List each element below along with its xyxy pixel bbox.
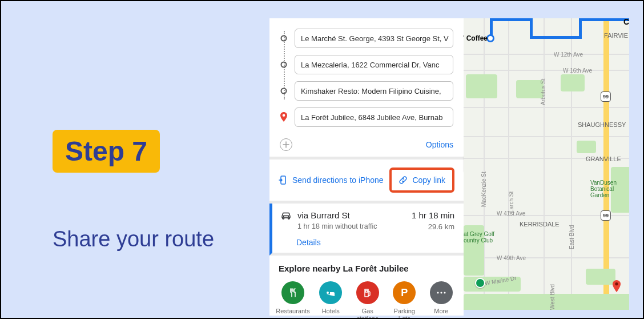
waypoint-input[interactable]: Le Marché St. George, 4393 St George St,… [295, 29, 453, 48]
chip-more[interactable]: More [428, 281, 455, 319]
waypoint-dot-icon [280, 34, 288, 42]
parking-icon: P [393, 281, 416, 304]
link-icon [399, 176, 408, 185]
waypoint-input[interactable]: La Mezcaleria, 1622 Commercial Dr, Vanc [295, 55, 453, 74]
slide-frame: Step 7 Share your route Le Marché St. Ge… [0, 0, 644, 319]
explore-section: Explore nearby La Forêt Jubilee Restaura… [269, 256, 464, 319]
chip-hotels[interactable]: Hotels [317, 281, 344, 319]
origin-pin[interactable] [486, 34, 494, 42]
copy-link-label: Copy link [412, 176, 445, 185]
chip-label: Restaurants [276, 308, 309, 315]
route-segment [530, 36, 581, 39]
route-card[interactable]: via Burrard St 1 hr 18 min without traff… [269, 204, 464, 256]
chip-label: More [434, 308, 448, 315]
area-label: GRANVILLE [586, 155, 621, 162]
plus-icon [283, 141, 289, 148]
svg-point-6 [288, 216, 289, 217]
waypoint-row: La Forêt Jubilee, 6848 Jubilee Ave, Burn… [280, 107, 453, 127]
waypoint-row: La Mezcaleria, 1622 Commercial Dr, Vanc [280, 55, 453, 74]
waypoints-section: Le Marché St. George, 4393 St George St,… [269, 18, 464, 133]
chip-label: Parking Lots [391, 308, 418, 319]
svg-point-8 [440, 292, 442, 293]
waypoint-input[interactable]: La Forêt Jubilee, 6848 Jubilee Ave, Burn… [295, 107, 453, 127]
waypoint-row: Kimshaker Resto: Modern Filipino Cuisine… [280, 81, 453, 101]
directions-panel: Le Marché St. George, 4393 St George St,… [269, 18, 464, 316]
copy-link-button[interactable]: Copy link [399, 176, 445, 185]
street-label: Arbutus St [540, 78, 546, 105]
share-row: Send directions to iPhone Copy link [269, 160, 464, 204]
map-park [516, 80, 544, 98]
waypoint-dot-icon [280, 87, 288, 95]
poi-label: VanDusen Botanical Garden [590, 180, 629, 198]
map-park [586, 269, 615, 285]
area-label: KERRISDALE [520, 221, 560, 228]
street-label: MacKenzie St [481, 172, 487, 207]
add-options-row: Options [269, 133, 464, 160]
svg-point-2 [281, 89, 287, 94]
svg-point-1 [281, 62, 287, 67]
route-segment [579, 18, 582, 39]
svg-point-9 [444, 292, 445, 293]
car-icon [280, 210, 292, 222]
map-park [577, 141, 596, 153]
tutorial-subtitle: Share your route [53, 227, 214, 252]
route-segment [579, 18, 629, 21]
route-subtext: 1 hr 18 min without traffic [297, 222, 406, 230]
map-canvas[interactable]: Platform 7 Coffee C W 12th Ave W 16th Av… [464, 18, 629, 310]
map-park [561, 74, 585, 91]
svg-point-3 [283, 114, 285, 117]
chip-label: Hotels [322, 308, 340, 315]
area-label: FAIRVIE [604, 32, 628, 39]
gas-icon [356, 281, 379, 304]
route-details-link[interactable]: Details [296, 238, 454, 247]
tutorial-text-area: Step 7 Share your route [1, 1, 264, 318]
area-label: SHAUGHNESSY [578, 121, 626, 128]
route-options-link[interactable]: Options [426, 140, 453, 149]
street-label: East Blvd [569, 225, 575, 249]
street-label: West Blvd [549, 284, 556, 310]
explore-title: Explore nearby La Forêt Jubilee [279, 264, 454, 273]
svg-point-7 [437, 292, 438, 293]
phone-send-icon [279, 176, 288, 185]
origin-letter: C [623, 18, 629, 26]
add-destination-button[interactable] [280, 138, 292, 151]
map-road [571, 18, 572, 310]
map-park [464, 294, 629, 310]
chip-gas[interactable]: Gas stations [355, 281, 381, 319]
waypoint-row: Le Marché St. George, 4393 St George St,… [280, 29, 453, 48]
chip-label: Gas stations [355, 308, 381, 319]
svg-point-5 [283, 216, 284, 217]
route-duration: 1 hr 18 min [412, 210, 454, 220]
waypoint-input[interactable]: Kimshaker Resto: Modern Filipino Cuisine… [295, 81, 453, 101]
map-highway [603, 18, 609, 310]
destination-pin-icon [280, 113, 288, 121]
route-distance: 29.6 km [412, 222, 454, 231]
poi-marker[interactable] [475, 278, 485, 288]
copy-link-highlight: Copy link [389, 168, 454, 193]
map-road [508, 18, 509, 310]
step-badge: Step 7 [53, 130, 160, 173]
send-to-phone-button[interactable]: Send directions to iPhone [279, 176, 384, 185]
waypoint-dot-icon [280, 61, 288, 69]
explore-chips: Restaurants Hotels Gas stations P Pa [279, 281, 454, 319]
chip-restaurants[interactable]: Restaurants [279, 281, 307, 319]
restaurants-icon [281, 281, 304, 304]
map-road [544, 18, 545, 310]
route-segment [490, 18, 532, 21]
hotels-icon [319, 281, 342, 304]
origin-pin-label: Platform 7 Coffee [464, 34, 488, 42]
hwy-shield-icon: 99 [601, 210, 611, 221]
route-via: via Burrard St [297, 210, 406, 220]
svg-point-0 [281, 36, 287, 41]
destination-pin-icon[interactable] [612, 280, 621, 293]
chip-parking[interactable]: P Parking Lots [391, 281, 418, 319]
street-label: W 12th Ave [554, 51, 583, 58]
street-label: W 49th Ave [497, 255, 526, 261]
more-icon [430, 281, 453, 304]
hwy-shield-icon: 99 [601, 91, 611, 102]
street-label: Larch St [508, 192, 514, 213]
street-label: W 16th Ave [563, 67, 592, 74]
poi-label: at Grey Golf ountry Club [464, 231, 504, 244]
svg-point-10 [615, 282, 618, 285]
send-to-phone-label: Send directions to iPhone [292, 176, 384, 185]
